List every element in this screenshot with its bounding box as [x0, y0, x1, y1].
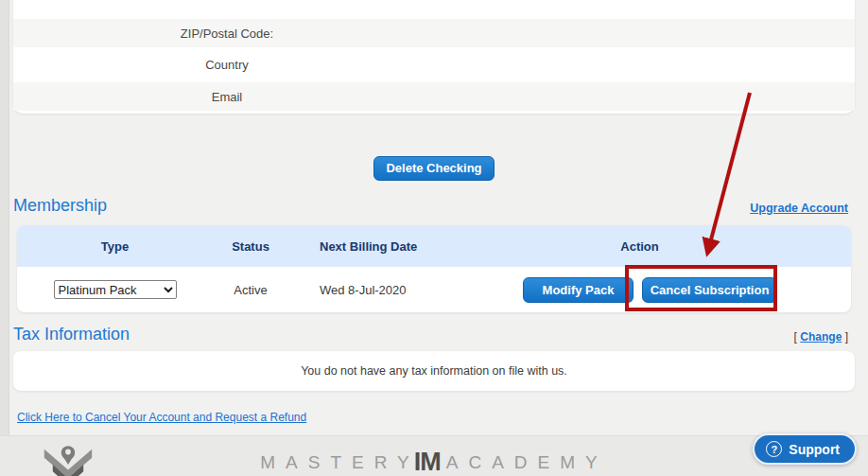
delete-checking-row: Delete Checking	[0, 156, 868, 181]
membership-status: Active	[213, 283, 288, 297]
country-label: Country	[13, 58, 441, 72]
action-column-header: Action	[523, 239, 851, 254]
brand-wordmark: MASTERY IM ACADEMY	[0, 436, 868, 476]
status-column-header: Status	[213, 239, 288, 254]
tax-change-link[interactable]: Change	[800, 330, 842, 344]
field-row-zip: ZIP/Postal Code:	[13, 19, 855, 47]
bracket-close: ]	[845, 330, 848, 344]
tax-header-row: Tax Information [ Change ]	[13, 326, 848, 344]
membership-type-cell: Platinum Pack	[17, 280, 213, 299]
tax-info-card: You do not have any tax information on f…	[13, 351, 855, 391]
next-billing-date: Wed 8-Jul-2020	[288, 283, 523, 297]
brand-im-monogram: IM	[414, 448, 441, 476]
membership-header-row: Membership Upgrade Account	[13, 197, 848, 215]
membership-table-header: Type Status Next Billing Date Action	[17, 225, 851, 267]
tax-change-wrap: [ Change ]	[794, 330, 848, 344]
field-row-country: Country	[13, 47, 855, 82]
page-left-gutter	[0, 0, 9, 476]
modify-pack-button[interactable]: Modify Pack	[523, 277, 634, 303]
next-billing-date-column-header: Next Billing Date	[288, 239, 523, 254]
billing-info-card: ZIP/Postal Code: Country Email	[13, 0, 855, 114]
question-mark-icon: ?	[766, 441, 782, 457]
tax-empty-message: You do not have any tax information on f…	[301, 364, 567, 378]
tax-information-heading: Tax Information	[13, 326, 130, 344]
membership-heading: Membership	[13, 197, 107, 215]
membership-table-row: Platinum Pack Active Wed 8-Jul-2020 Modi…	[17, 267, 851, 312]
brand-mastery-text: MASTERY	[260, 452, 420, 473]
brand-academy-text: ACADEMY	[446, 452, 608, 473]
field-row-email: Email	[13, 82, 855, 111]
zip-postal-code-label: ZIP/Postal Code:	[13, 26, 441, 41]
membership-actions-cell: Modify Pack Cancel Subscription	[523, 277, 868, 303]
membership-table: Type Status Next Billing Date Action Pla…	[17, 225, 851, 312]
upgrade-account-link[interactable]: Upgrade Account	[750, 202, 848, 215]
email-label: Email	[13, 90, 441, 104]
account-page: ZIP/Postal Code: Country Email Delete Ch…	[0, 0, 868, 476]
cancel-subscription-button[interactable]: Cancel Subscription	[642, 277, 777, 303]
membership-type-select[interactable]: Platinum Pack	[54, 280, 177, 299]
refund-link-row: Click Here to Cancel Your Account and Re…	[17, 408, 868, 425]
type-column-header: Type	[17, 239, 213, 254]
support-button[interactable]: ? Support	[753, 433, 857, 465]
bracket-open: [	[794, 330, 797, 344]
cancel-account-refund-link[interactable]: Click Here to Cancel Your Account and Re…	[17, 411, 306, 424]
delete-checking-button[interactable]: Delete Checking	[373, 156, 495, 181]
footer: MASTERY IM ACADEMY	[0, 435, 868, 476]
support-button-label: Support	[789, 442, 840, 457]
